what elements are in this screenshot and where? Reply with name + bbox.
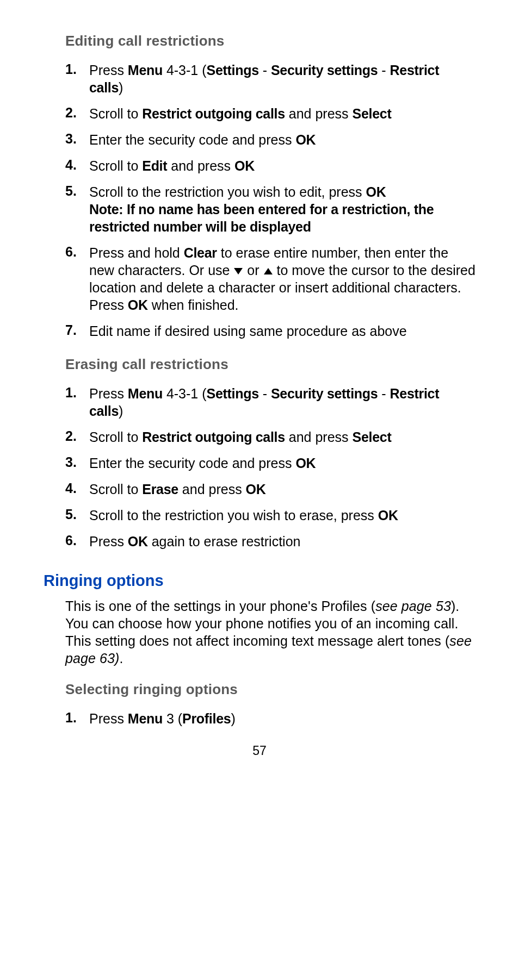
page-number: 57: [44, 744, 475, 758]
list-item: 1. Press Menu 4-3-1 (Settings - Security…: [65, 385, 475, 420]
up-arrow-icon: [264, 268, 273, 274]
list-editing: 1. Press Menu 4-3-1 (Settings - Security…: [65, 61, 475, 340]
list-number: 3.: [65, 454, 89, 470]
list-body: Scroll to Erase and press OK: [89, 480, 475, 498]
list-body: Press and hold Clear to erase entire num…: [89, 244, 475, 314]
list-item: 5. Scroll to the restriction you wish to…: [65, 507, 475, 524]
list-number: 5.: [65, 507, 89, 522]
list-number: 1.: [65, 710, 89, 726]
list-selecting-ringing: 1. Press Menu 3 (Profiles): [65, 710, 475, 727]
list-item: 5. Scroll to the restriction you wish to…: [65, 183, 475, 235]
list-body: Scroll to the restriction you wish to er…: [89, 507, 475, 524]
ringing-intro: This is one of the settings in your phon…: [65, 597, 475, 667]
list-body: Enter the security code and press OK: [89, 131, 475, 148]
list-item: 3. Enter the security code and press OK: [65, 131, 475, 148]
heading-editing: Editing call restrictions: [65, 33, 475, 49]
list-body: Press Menu 3 (Profiles): [89, 710, 475, 727]
list-body: Scroll to Edit and press OK: [89, 157, 475, 174]
list-item: 1. Press Menu 3 (Profiles): [65, 710, 475, 727]
list-number: 4.: [65, 480, 89, 496]
list-item: 6. Press and hold Clear to erase entire …: [65, 244, 475, 314]
list-number: 6.: [65, 533, 89, 548]
down-arrow-icon: [234, 268, 243, 274]
list-item: 7. Edit name if desired using same proce…: [65, 322, 475, 340]
heading-erasing: Erasing call restrictions: [65, 356, 475, 373]
list-body: Press OK again to erase restriction: [89, 533, 475, 550]
list-erasing: 1. Press Menu 4-3-1 (Settings - Security…: [65, 385, 475, 550]
list-item: 1. Press Menu 4-3-1 (Settings - Security…: [65, 61, 475, 96]
list-number: 6.: [65, 244, 89, 260]
list-body: Edit name if desired using same procedur…: [89, 322, 475, 340]
list-number: 7.: [65, 322, 89, 338]
list-body: Scroll to the restriction you wish to ed…: [89, 183, 475, 235]
list-body: Enter the security code and press OK: [89, 454, 475, 472]
list-item: 2. Scroll to Restrict outgoing calls and…: [65, 428, 475, 446]
list-number: 3.: [65, 131, 89, 147]
list-item: 6. Press OK again to erase restriction: [65, 533, 475, 550]
list-number: 1.: [65, 61, 89, 77]
list-item: 3. Enter the security code and press OK: [65, 454, 475, 472]
list-number: 2.: [65, 105, 89, 121]
list-body: Scroll to Restrict outgoing calls and pr…: [89, 105, 475, 122]
list-item: 2. Scroll to Restrict outgoing calls and…: [65, 105, 475, 122]
heading-selecting-ringing: Selecting ringing options: [65, 681, 475, 698]
heading-ringing: Ringing options: [44, 572, 475, 590]
list-number: 2.: [65, 428, 89, 444]
list-number: 1.: [65, 385, 89, 401]
list-number: 5.: [65, 183, 89, 199]
list-item: 4. Scroll to Edit and press OK: [65, 157, 475, 174]
list-body: Press Menu 4-3-1 (Settings - Security se…: [89, 61, 475, 96]
list-body: Scroll to Restrict outgoing calls and pr…: [89, 428, 475, 446]
list-item: 4. Scroll to Erase and press OK: [65, 480, 475, 498]
page-content: Editing call restrictions 1. Press Menu …: [0, 0, 519, 780]
list-body: Press Menu 4-3-1 (Settings - Security se…: [89, 385, 475, 420]
list-number: 4.: [65, 157, 89, 173]
